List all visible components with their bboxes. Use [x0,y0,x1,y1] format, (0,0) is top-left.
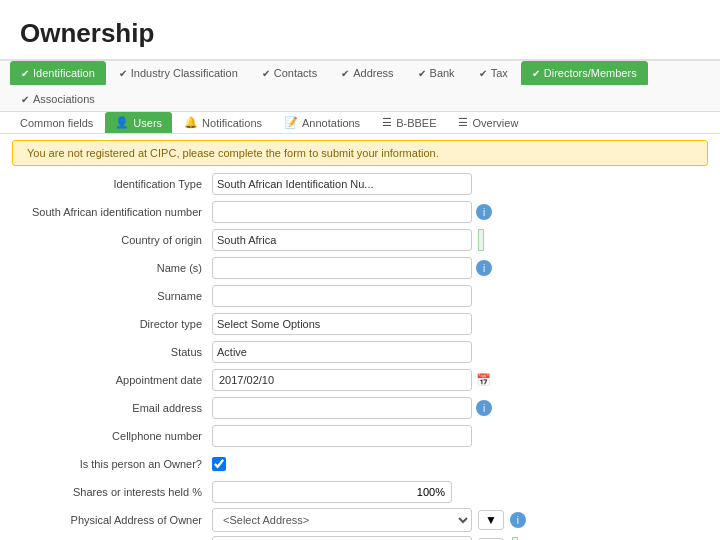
is-owner-label: Is this person an Owner? [12,458,212,470]
secondary-tab-nav: Common fields 👤 Users 🔔 Notifications 📝 … [0,112,720,134]
tab-tax-icon: ✔ [479,68,487,79]
tab-users[interactable]: 👤 Users [105,112,172,133]
tab-bank-icon: ✔ [418,68,426,79]
country-select[interactable]: South Africa [212,229,472,251]
appointment-date-field-wrapper: 📅 [212,369,708,391]
sa-id-info-icon[interactable]: i [476,204,492,220]
sa-id-label: South African identification number [12,206,212,218]
name-info-icon[interactable]: i [476,260,492,276]
tab-directors[interactable]: ✔ Directors/Members [521,61,648,85]
email-field-wrapper: i [212,397,708,419]
shares-field-wrapper [212,481,708,503]
identification-type-row: Identification Type South African Identi… [12,172,708,196]
ethnic-group-select[interactable]: <Select Ethnic Group> [212,536,472,540]
tab-bank[interactable]: ✔ Bank [407,61,466,85]
physical-address-row: Physical Address of Owner <Select Addres… [12,508,708,532]
country-accent [478,229,484,251]
tab-contacts[interactable]: ✔ Contacts [251,61,328,85]
tab-b-bbee[interactable]: ☰ B-BBEE [372,112,446,133]
physical-address-field-wrapper: <Select Address> ▼ i [212,508,552,532]
country-row: Country of origin South Africa [12,228,708,252]
tab-identification[interactable]: ✔ Identification [10,61,106,85]
email-input[interactable] [212,397,472,419]
is-owner-field-wrapper [212,457,708,471]
physical-address-info-icon[interactable]: i [510,512,526,528]
tab-associations[interactable]: ✔ Associations [10,87,106,111]
identification-type-select[interactable]: South African Identification Nu... [212,173,472,195]
sa-id-row: South African identification number i [12,200,708,224]
email-row: Email address i [12,396,708,420]
email-label: Email address [12,402,212,414]
physical-address-select[interactable]: <Select Address> [212,508,472,532]
primary-tab-nav: ✔ Identification ✔ Industry Classificati… [0,61,720,112]
cellphone-field-wrapper [212,425,708,447]
director-type-row: Director type Select Some Options [12,312,708,336]
director-type-select[interactable]: Select Some Options [212,313,472,335]
tab-directors-icon: ✔ [532,68,540,79]
tab-notifications[interactable]: 🔔 Notifications [174,112,272,133]
alert-banner: You are not registered at CIPC, please c… [12,140,708,166]
status-field-wrapper: Active [212,341,708,363]
physical-address-dropdown-btn[interactable]: ▼ [478,510,504,530]
form-area: Identification Type South African Identi… [0,168,720,540]
email-info-icon[interactable]: i [476,400,492,416]
identification-type-field-wrapper: South African Identification Nu... [212,173,708,195]
director-type-label: Director type [12,318,212,330]
page-container: Ownership ✔ Identification ✔ Industry Cl… [0,0,720,540]
country-field-wrapper: South Africa [212,229,708,251]
identification-type-label: Identification Type [12,178,212,190]
surname-row: Surname [12,284,708,308]
tab-industry-icon: ✔ [119,68,127,79]
cellphone-input[interactable] [212,425,472,447]
tab-address-icon: ✔ [341,68,349,79]
name-field-wrapper: i [212,257,708,279]
is-owner-row: Is this person an Owner? [12,452,708,476]
shares-input[interactable] [212,481,452,503]
shares-row: Shares or interests held % [12,480,708,504]
tab-address[interactable]: ✔ Address [330,61,404,85]
tab-common-fields[interactable]: Common fields [10,112,103,133]
cellphone-label: Cellphone number [12,430,212,442]
appointment-date-label: Appointment date [12,374,212,386]
cellphone-row: Cellphone number [12,424,708,448]
page-title: Ownership [20,18,700,49]
shares-label: Shares or interests held % [12,486,212,498]
tab-annotations[interactable]: 📝 Annotations [274,112,370,133]
is-owner-checkbox[interactable] [212,457,226,471]
status-select[interactable]: Active [212,341,472,363]
ethnic-group-field-wrapper: <Select Ethnic Group> ▼ [212,536,552,540]
country-label: Country of origin [12,234,212,246]
surname-label: Surname [12,290,212,302]
appointment-date-row: Appointment date 📅 [12,368,708,392]
status-row: Status Active [12,340,708,364]
calendar-icon[interactable]: 📅 [476,373,491,387]
ethnic-group-row: Ethnic Group <Select Ethnic Group> ▼ [12,536,708,540]
status-label: Status [12,346,212,358]
sa-id-input[interactable] [212,201,472,223]
director-type-field-wrapper: Select Some Options [212,313,708,335]
tab-associations-icon: ✔ [21,94,29,105]
tab-industry[interactable]: ✔ Industry Classification [108,61,249,85]
name-row: Name (s) i [12,256,708,280]
physical-address-label: Physical Address of Owner [12,514,212,526]
appointment-date-input[interactable] [212,369,472,391]
page-header: Ownership [0,0,720,61]
tab-tax[interactable]: ✔ Tax [468,61,519,85]
sa-id-field-wrapper: i [212,201,708,223]
name-label: Name (s) [12,262,212,274]
surname-input[interactable] [212,285,472,307]
tab-identification-icon: ✔ [21,68,29,79]
surname-field-wrapper [212,285,708,307]
tab-contacts-icon: ✔ [262,68,270,79]
tab-overview[interactable]: ☰ Overview [448,112,528,133]
name-input[interactable] [212,257,472,279]
